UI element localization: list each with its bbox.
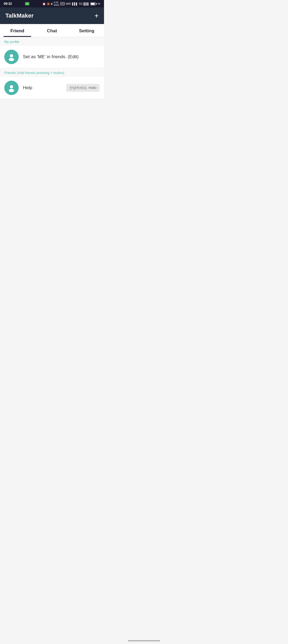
battery-indicator: 99 bbox=[90, 2, 100, 5]
my-profile-section-label: My profile bbox=[0, 37, 104, 46]
my-profile-row[interactable]: Set as 'ME' in friends. (Edit) bbox=[0, 46, 104, 68]
friend-name: Help bbox=[23, 85, 32, 90]
svg-point-0 bbox=[10, 54, 13, 57]
svg-point-1 bbox=[9, 58, 14, 61]
app-title: TalkMaker bbox=[5, 12, 34, 19]
my-profile-text: Set as 'ME' in friends. (Edit) bbox=[23, 54, 79, 60]
tab-friend[interactable]: Friend bbox=[0, 24, 35, 37]
tab-setting[interactable]: Setting bbox=[69, 24, 104, 37]
svg-point-3 bbox=[9, 89, 14, 92]
mute-icon: 🔕 bbox=[47, 2, 50, 5]
friend-avatar bbox=[4, 81, 19, 95]
tab-chat[interactable]: Chat bbox=[35, 24, 69, 37]
wifi-icon: WiFi bbox=[66, 2, 71, 5]
friend-badge: 안녕하세요. Hello bbox=[66, 84, 100, 92]
battery-level: 99 bbox=[98, 2, 100, 5]
hd-icon: HD bbox=[60, 2, 65, 5]
my-profile-avatar bbox=[4, 50, 19, 64]
signal-icon: ▌▌▌ bbox=[72, 2, 78, 5]
alarm-icon: ⏰ bbox=[42, 2, 46, 5]
friends-section-label: Friends (Add friends pressing + button) bbox=[0, 68, 104, 77]
5g-icon: 5G bbox=[79, 2, 82, 5]
bluetooth-icon: Ƀ bbox=[51, 2, 53, 5]
tab-bar: Friend Chat Setting bbox=[0, 24, 104, 37]
status-bar: 09:32 ✉ ⏰ 🔕 Ƀ 9.00KB/S HD WiFi ▌▌▌ 5G ▌▌… bbox=[0, 0, 104, 7]
add-button[interactable]: + bbox=[94, 12, 99, 19]
status-icons: ⏰ 🔕 Ƀ 9.00KB/S HD WiFi ▌▌▌ 5G ▌▌▌ 99 bbox=[42, 1, 100, 6]
friend-row[interactable]: Help 안녕하세요. Hello bbox=[0, 77, 104, 99]
network-speed: 9.00KB/S bbox=[54, 1, 59, 6]
app-header: TalkMaker + bbox=[0, 7, 104, 24]
message-notification-icon: ✉ bbox=[25, 2, 29, 5]
svg-point-2 bbox=[10, 85, 13, 88]
signal-5g-icon: ▌▌▌ bbox=[84, 2, 89, 5]
status-time: 09:32 bbox=[4, 2, 12, 6]
friend-info: Help bbox=[23, 85, 66, 91]
